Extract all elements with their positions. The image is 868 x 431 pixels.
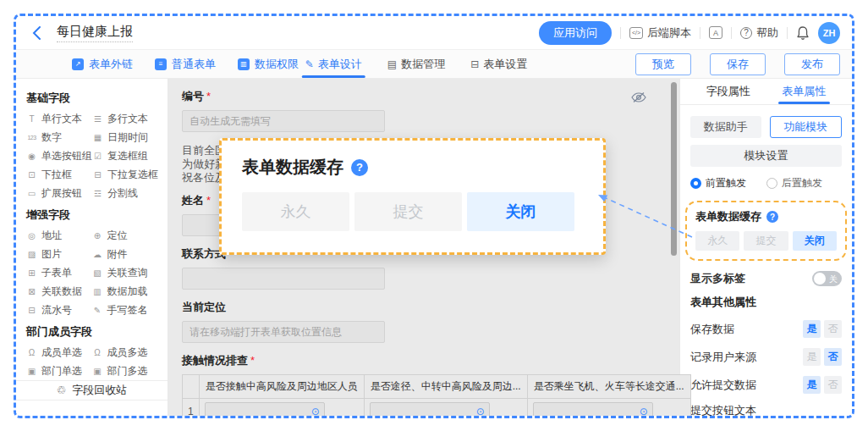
- field-type-single-line-text[interactable]: T单行文本: [26, 110, 92, 128]
- address-icon: ◎: [26, 231, 37, 240]
- tab-form-settings[interactable]: ⊟ 表单设置: [470, 50, 527, 78]
- required-mark: *: [250, 354, 255, 367]
- save-data-no[interactable]: 否: [824, 320, 842, 338]
- main-body: 基础字段 T单行文本 ☰多行文本 123数字 ▦日期时间 ◉单选按钮组 ☑复选框…: [16, 79, 852, 416]
- field-type-multi-dropdown[interactable]: ⊟下拉复选框: [92, 166, 158, 184]
- contact-input[interactable]: [182, 268, 385, 290]
- id-card-icon[interactable]: A: [709, 26, 722, 39]
- save-data-yes[interactable]: 是: [803, 320, 821, 338]
- row-number: 1: [183, 399, 200, 419]
- field-type-signature[interactable]: ✎手写签名: [92, 301, 158, 319]
- field-type-linked-query[interactable]: ▧关联查询: [92, 264, 158, 282]
- form-field-location: 当前定位 请在移动端打开表单获取位置信息: [182, 300, 679, 343]
- field-type-linked-data[interactable]: ⊠关联数据: [26, 283, 92, 301]
- select-circle-icon: ⊙: [311, 406, 320, 417]
- eye-off-icon[interactable]: [630, 91, 647, 103]
- tab-normal-form[interactable]: ≡ 普通表单: [155, 57, 216, 72]
- recycle-icon: ♲: [57, 384, 67, 396]
- field-type-department-multi[interactable]: ▣部门多选: [92, 362, 158, 380]
- cache-option-submit[interactable]: 提交: [744, 231, 788, 251]
- question-circle-icon: ?: [740, 27, 752, 39]
- table-select-input[interactable]: ⊙: [533, 402, 653, 418]
- question-circle-icon[interactable]: ?: [351, 159, 368, 176]
- tab-data-permission[interactable]: ▥ 数据权限: [238, 57, 299, 72]
- cache-option-permanent[interactable]: 永久: [695, 231, 739, 251]
- record-source-yes[interactable]: 是: [803, 348, 821, 366]
- table-select-input[interactable]: ⊙: [205, 402, 325, 418]
- field-type-geolocation[interactable]: ⊕定位: [92, 227, 158, 245]
- select-circle-icon: ⊙: [476, 406, 485, 417]
- survey-table: 是否接触中高风险及周边地区人员 是否途径、中转中高风险及周边... 是否乘坐飞机…: [182, 374, 691, 418]
- signature-icon: ✎: [92, 306, 103, 315]
- data-loading-icon: ▥: [92, 287, 103, 296]
- field-type-radio-group[interactable]: ◉单选按钮组: [26, 147, 92, 165]
- field-type-divider[interactable]: ☲分割线: [92, 185, 158, 202]
- submit-text-label: 提交按钮文本: [690, 403, 756, 418]
- location-input[interactable]: 请在移动端打开表单获取位置信息: [182, 321, 385, 343]
- multi-tab-toggle[interactable]: 关: [812, 271, 842, 286]
- save-button[interactable]: 保存: [710, 53, 766, 75]
- number-icon: 123: [26, 135, 37, 141]
- table-row: 1 ⊙ ⊙ ⊙: [183, 399, 691, 419]
- toggle-knob: [814, 273, 826, 285]
- button-icon: ▭: [26, 189, 37, 198]
- screenshot-annotation-frame: 每日健康上报 应用访问 </> 后端脚本 A ? 帮助 ZH: [14, 14, 854, 418]
- field-type-data-loading[interactable]: ▥数据加载: [92, 283, 158, 301]
- question-circle-icon[interactable]: ?: [766, 211, 778, 223]
- tab-field-properties[interactable]: 字段属性: [690, 79, 766, 104]
- publish-button[interactable]: 发布: [784, 53, 840, 75]
- tab-form-external-link[interactable]: ↗ 表单外链: [72, 57, 133, 72]
- module-settings-button[interactable]: 模块设置: [690, 145, 842, 167]
- allow-submit-no[interactable]: 否: [824, 376, 842, 394]
- allow-submit-yes[interactable]: 是: [803, 376, 821, 394]
- table-select-input[interactable]: ⊙: [370, 402, 490, 418]
- preview-button[interactable]: 预览: [635, 53, 691, 75]
- radio-post-trigger[interactable]: 后置触发: [766, 176, 822, 191]
- data-assistant-button[interactable]: 数据助手: [690, 116, 761, 138]
- field-type-multi-line-text[interactable]: ☰多行文本: [92, 110, 158, 128]
- tab-data-management[interactable]: ▤ 数据管理: [387, 50, 445, 78]
- bell-icon[interactable]: [796, 25, 810, 41]
- field-type-serial-number[interactable]: ⊟流水号: [26, 301, 92, 319]
- backend-script-button[interactable]: </> 后端脚本: [629, 25, 691, 41]
- field-type-department-single[interactable]: ▣部门单选: [26, 362, 92, 380]
- external-link-icon: ↗: [72, 58, 84, 70]
- cache-option-close[interactable]: 关闭: [793, 231, 837, 251]
- field-type-image[interactable]: ▨图片: [26, 246, 92, 263]
- linked-query-icon: ▧: [92, 268, 103, 278]
- properties-panel: 字段属性 表单属性 数据助手 功能模块 模块设置 前置触发 后置触发 表单数据缓…: [679, 79, 852, 416]
- tab-form-properties[interactable]: 表单属性: [766, 79, 843, 104]
- back-button[interactable]: [28, 25, 45, 41]
- tab-form-design[interactable]: ✎ 表单设计: [305, 50, 362, 78]
- permission-icon: ▥: [238, 58, 250, 70]
- number-input[interactable]: 自动生成无需填写: [182, 110, 385, 132]
- field-type-datetime[interactable]: ▦日期时间: [92, 129, 158, 146]
- divider: [700, 27, 700, 39]
- record-source-no[interactable]: 否: [824, 348, 842, 366]
- vertical-scrollbar[interactable]: [671, 82, 677, 256]
- app-access-button[interactable]: 应用访问: [539, 21, 612, 45]
- linked-data-icon: ⊠: [26, 287, 37, 296]
- field-type-attachment[interactable]: ☁附件: [92, 246, 158, 263]
- field-type-number[interactable]: 123数字: [26, 129, 92, 146]
- field-type-checkbox-group[interactable]: ☑复选框组: [92, 147, 158, 165]
- cloud-upload-icon: ☁: [92, 250, 103, 259]
- field-type-member-single[interactable]: Ω成员单选: [26, 344, 92, 362]
- section-basic-fields: 基础字段: [26, 91, 157, 106]
- function-module-button[interactable]: 功能模块: [770, 116, 843, 138]
- user-avatar[interactable]: ZH: [818, 22, 840, 44]
- section-enhanced-fields: 增强字段: [26, 207, 157, 223]
- field-type-dropdown[interactable]: ⊡下拉框: [26, 166, 92, 184]
- help-button[interactable]: ? 帮助: [740, 25, 778, 41]
- field-type-member-multi[interactable]: Ω成员多选: [92, 344, 158, 362]
- field-type-subform[interactable]: ⊞子表单: [26, 264, 92, 282]
- dialog-title: 表单数据缓存: [242, 156, 343, 179]
- cache-submit-button[interactable]: 提交: [354, 192, 462, 231]
- cache-permanent-button[interactable]: 永久: [242, 192, 349, 231]
- cache-close-button[interactable]: 关闭: [467, 192, 574, 231]
- field-type-extend-button[interactable]: ▭扩展按钮: [26, 185, 92, 202]
- field-recycle-bin-button[interactable]: ♲ 字段回收站: [16, 380, 168, 401]
- radio-selected-icon: [690, 178, 701, 189]
- radio-pre-trigger[interactable]: 前置触发: [690, 176, 746, 191]
- field-type-address[interactable]: ◎地址: [26, 227, 92, 245]
